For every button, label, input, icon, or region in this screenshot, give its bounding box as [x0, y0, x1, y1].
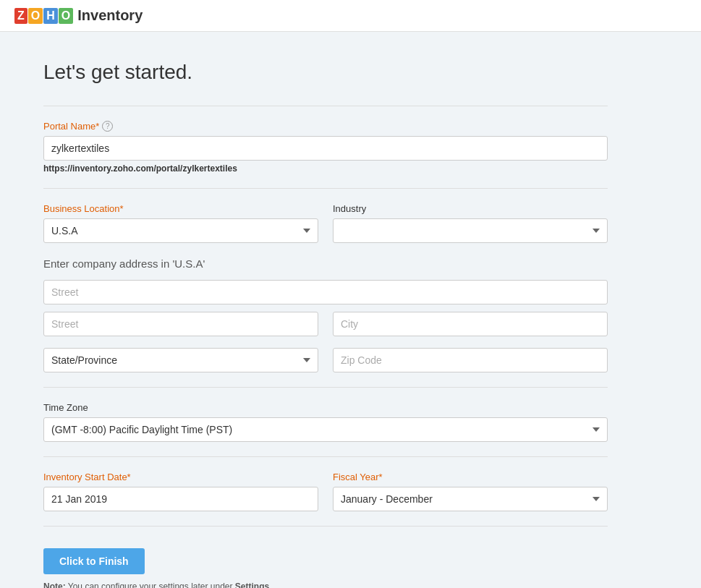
- header: Z O H O Inventory: [0, 0, 701, 32]
- fiscal-year-label: Fiscal Year*: [333, 472, 608, 482]
- fiscal-year-col: Fiscal Year* January - December February…: [333, 472, 608, 511]
- logo-h: H: [43, 8, 58, 24]
- portal-name-input[interactable]: [43, 136, 608, 161]
- zip-input[interactable]: [333, 348, 608, 372]
- state-select[interactable]: State/Province California New York Texas: [43, 348, 318, 372]
- main-content: Let's get started. Portal Name* ? https:…: [0, 32, 651, 588]
- dates-section: Inventory Start Date* Fiscal Year* Janua…: [43, 472, 608, 511]
- state-col: State/Province California New York Texas: [43, 348, 318, 372]
- portal-name-label: Portal Name* ?: [43, 121, 608, 132]
- start-date-input[interactable]: [43, 487, 318, 511]
- start-date-label: Inventory Start Date*: [43, 472, 318, 482]
- divider-4: [43, 526, 608, 527]
- address-heading: Enter company address in 'U.S.A': [43, 257, 608, 270]
- note-body: You can configure your settings later un…: [68, 581, 235, 588]
- page-title: Let's get started.: [43, 61, 608, 84]
- timezone-section: Time Zone (GMT -8:00) Pacific Daylight T…: [43, 402, 608, 442]
- business-location-label: Business Location*: [43, 203, 318, 214]
- logo-z: Z: [14, 8, 27, 24]
- location-section: Business Location* U.S.A U.K India Canad…: [43, 203, 608, 243]
- street2-col: [43, 312, 318, 336]
- portal-section: Portal Name* ? https://inventory.zoho.co…: [43, 121, 608, 174]
- note-text: Note: You can configure your settings la…: [43, 581, 608, 588]
- street2-input[interactable]: [43, 312, 318, 336]
- start-date-col: Inventory Start Date*: [43, 472, 318, 511]
- divider-1: [43, 188, 608, 189]
- fiscal-year-select[interactable]: January - December February - January Ma…: [333, 487, 608, 511]
- divider-top: [43, 106, 608, 106]
- divider-3: [43, 456, 608, 457]
- bottom-section: Click to Finish Note: You can configure …: [43, 548, 608, 588]
- note-link[interactable]: Settings: [235, 581, 269, 588]
- logo-box: Z O H O: [14, 8, 73, 24]
- business-location-select[interactable]: U.S.A U.K India Canada Australia: [43, 218, 318, 243]
- portal-help-icon[interactable]: ?: [102, 121, 113, 132]
- portal-url-hint: https://inventory.zoho.com/portal/zylker…: [43, 163, 608, 174]
- city-input[interactable]: [333, 312, 608, 336]
- industry-label: Industry: [333, 203, 608, 214]
- timezone-select[interactable]: (GMT -8:00) Pacific Daylight Time (PST) …: [43, 417, 608, 442]
- industry-col: Industry Technology Retail Manufacturing…: [333, 203, 608, 243]
- app-name: Inventory: [77, 7, 143, 24]
- industry-select[interactable]: Technology Retail Manufacturing Other: [333, 218, 608, 243]
- business-location-col: Business Location* U.S.A U.K India Canad…: [43, 203, 318, 243]
- street1-input[interactable]: [43, 280, 608, 304]
- timezone-label: Time Zone: [43, 402, 608, 413]
- city-col: [333, 312, 608, 336]
- note-prefix: Note:: [43, 581, 66, 588]
- finish-button[interactable]: Click to Finish: [43, 548, 145, 574]
- zip-col: [333, 348, 608, 372]
- logo: Z O H O Inventory: [14, 7, 143, 24]
- address-section: Enter company address in 'U.S.A' State/P…: [43, 257, 608, 372]
- logo-o1: O: [28, 8, 43, 24]
- logo-o2: O: [59, 8, 73, 24]
- divider-2: [43, 387, 608, 388]
